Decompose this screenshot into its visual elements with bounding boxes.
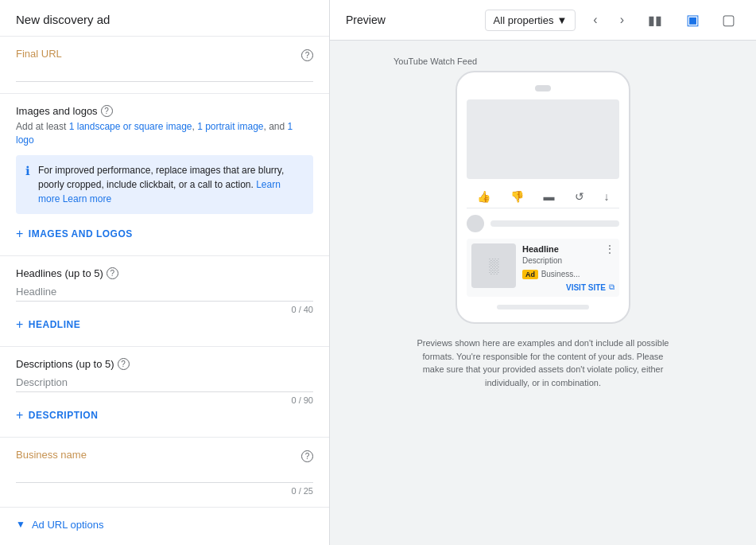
landscape-link[interactable]: 1 landscape or square image: [69, 121, 192, 132]
descriptions-help-icon[interactable]: ?: [118, 358, 130, 370]
comment-icon: ▬: [544, 190, 555, 203]
headlines-section: Headlines (up to 5) ? 0 / 40 + HEADLINE: [0, 256, 329, 347]
ad-url-options[interactable]: ▼ Ad URL options: [0, 508, 329, 542]
desktop-device-button[interactable]: ▢: [717, 8, 740, 32]
images-logos-title: Images and logos ?: [16, 105, 313, 117]
ad-business-text: Business...: [541, 270, 580, 278]
phone-frame: 👍 👎 ▬ ↺ ↓ ░ Headline ⋮ Description: [456, 71, 630, 324]
info-box-text: For improved performance, replace images…: [38, 163, 304, 206]
business-name-char-count: 0 / 25: [16, 486, 313, 496]
share-icon: ↺: [575, 190, 584, 203]
headline-input[interactable]: [16, 282, 313, 302]
phone-notch: [535, 85, 551, 91]
video-controls: 👍 👎 ▬ ↺ ↓: [467, 185, 619, 208]
three-dots-icon: ⋮: [605, 243, 614, 255]
business-name-section: Business name ? 0 / 25: [0, 438, 329, 508]
business-name-help-icon[interactable]: ?: [301, 450, 313, 462]
description-input[interactable]: [16, 373, 313, 392]
portrait-link[interactable]: 1 portrait image: [197, 121, 263, 132]
left-panel: New discovery ad Final URL ? Images and …: [0, 0, 330, 545]
final-url-help-icon[interactable]: ?: [301, 49, 313, 61]
dropdown-arrow-icon: ▼: [556, 14, 567, 26]
final-url-section: Final URL ?: [0, 37, 329, 94]
chevron-down-icon: ▼: [16, 519, 25, 530]
plus-icon: +: [16, 227, 24, 241]
thumbs-up-icon: 👍: [477, 190, 490, 203]
descriptions-title: Descriptions (up to 5) ?: [16, 358, 313, 370]
headline-char-count: 0 / 40: [16, 305, 313, 314]
ad-description-text: Description: [522, 256, 614, 265]
description-char-count: 0 / 90: [16, 395, 313, 405]
descriptions-section: Descriptions (up to 5) ? 0 / 90 + DESCRI…: [0, 347, 329, 438]
learn-more-link2[interactable]: Learn more: [63, 193, 111, 204]
visit-site-button[interactable]: VISIT SITE: [566, 283, 606, 292]
final-url-label: Final URL: [16, 48, 62, 60]
channel-row: [467, 215, 619, 232]
ad-info: Headline ⋮ Description Ad Business... VI…: [522, 243, 614, 292]
right-panel: Preview All properties ▼ ‹ › ▮▮ ▣ ▢ YouT…: [330, 0, 756, 545]
ad-thumbnail: ░: [471, 243, 516, 288]
ad-headline-text: Headline: [522, 244, 559, 254]
business-name-label: Business name: [16, 449, 87, 461]
feed-label: YouTube Watch Feed: [394, 56, 477, 66]
ad-badge-row: Ad Business...: [522, 267, 614, 279]
add-images-button[interactable]: + IMAGES AND LOGOS: [16, 224, 133, 244]
info-icon: ℹ: [25, 164, 30, 178]
ad-footer: VISIT SITE ⧉: [522, 282, 614, 292]
info-box: ℹ For improved performance, replace imag…: [16, 155, 313, 214]
add-description-button[interactable]: + DESCRIPTION: [16, 405, 98, 426]
download-icon: ↓: [604, 190, 610, 203]
thumbs-down-icon: 👎: [510, 190, 524, 203]
prev-button[interactable]: ‹: [588, 10, 602, 30]
add-headline-button[interactable]: + HEADLINE: [16, 314, 80, 335]
plus-icon3: +: [16, 408, 24, 422]
external-link-icon: ⧉: [609, 282, 614, 292]
preview-area: YouTube Watch Feed 👍 👎 ▬ ↺ ↓ ░ Headline: [330, 41, 756, 545]
headlines-title: Headlines (up to 5) ?: [16, 267, 313, 279]
pause-button[interactable]: ▮▮: [642, 10, 669, 31]
preview-title: Preview: [346, 14, 386, 26]
images-logos-section: Images and logos ? Add at least 1 landsc…: [0, 94, 329, 256]
ad-badge: Ad: [522, 270, 538, 279]
ad-info-header: Headline ⋮: [522, 243, 614, 255]
business-name-input[interactable]: [16, 464, 313, 483]
panel-header: New discovery ad: [0, 0, 329, 37]
mobile-device-button[interactable]: ▣: [681, 8, 704, 32]
next-button[interactable]: ›: [615, 10, 629, 30]
preview-header: Preview All properties ▼ ‹ › ▮▮ ▣ ▢: [330, 0, 756, 41]
ad-image-placeholder: [467, 99, 619, 179]
plus-icon2: +: [16, 317, 24, 332]
channel-line: [490, 220, 619, 227]
properties-dropdown[interactable]: All properties ▼: [485, 10, 576, 31]
images-logos-subtitle: Add at least 1 landscape or square image…: [16, 120, 313, 147]
properties-label: All properties: [494, 14, 554, 26]
channel-avatar: [467, 215, 484, 232]
preview-note: Previews shown here are examples and don…: [416, 337, 670, 389]
images-logos-help-icon[interactable]: ?: [101, 105, 113, 117]
panel-title: New discovery ad: [16, 13, 110, 26]
headlines-help-icon[interactable]: ?: [107, 267, 118, 279]
ad-card: ░ Headline ⋮ Description Ad Business... …: [467, 239, 619, 297]
final-url-input[interactable]: [16, 63, 313, 82]
bottom-bar: [497, 305, 588, 309]
ad-url-options-label: Ad URL options: [32, 519, 104, 531]
